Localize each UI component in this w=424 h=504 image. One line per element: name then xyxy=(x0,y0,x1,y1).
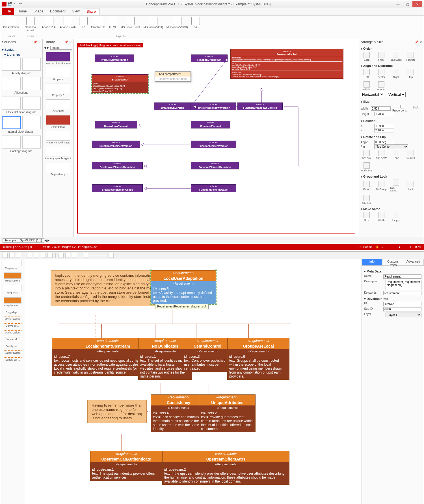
pin-select[interactable]: Top-Center xyxy=(374,144,408,149)
distribute-h-select[interactable]: Horizontal xyxy=(361,92,384,97)
stencil-item[interactable]: Derive cal ... xyxy=(1,337,24,341)
solutions-root[interactable]: ▾ SysML xyxy=(2,48,41,52)
lock-button[interactable]: Lock xyxy=(405,181,417,191)
angle-input[interactable] xyxy=(374,140,394,144)
align-right-button[interactable]: Right xyxy=(390,69,402,78)
library-item[interactable]: Property specific type xyxy=(44,131,72,144)
req-upstreamoffersattrs[interactable]: «requirement»UpstreamOffersAttrs«Require… xyxy=(162,451,289,485)
info-tab-custom[interactable]: Custom Props xyxy=(382,259,403,265)
note-implication[interactable]: Implication: the identity merging servic… xyxy=(51,270,164,306)
zoom-in-icon[interactable] xyxy=(109,253,114,258)
line-tool-icon[interactable] xyxy=(34,253,39,258)
block-breakdownof-selected[interactable]: «block»BreakdownOfparts classifiedAs: Cl… xyxy=(92,74,148,93)
info-tab-advanced[interactable]: Advanced xyxy=(403,259,424,265)
tab-view[interactable]: View xyxy=(69,8,83,15)
block-breakdownelementdefinition[interactable]: «block»BreakdownElementDefinition xyxy=(92,162,143,169)
tab-shape[interactable]: Shape xyxy=(30,8,47,15)
export-graphic-file-button[interactable]: Graphic file xyxy=(91,17,105,29)
tab-home[interactable]: Home xyxy=(14,8,30,15)
copy-icon[interactable] xyxy=(65,253,70,258)
status-zoom[interactable]: 90% xyxy=(415,245,421,248)
stencil-item[interactable]: Derive de ... xyxy=(1,323,24,327)
same-width-button[interactable]: Width xyxy=(375,212,387,222)
meta-name-input[interactable] xyxy=(383,274,421,279)
library-item[interactable]: Actor part xyxy=(44,99,72,112)
stencil-item[interactable]: Master callout xyxy=(1,317,24,320)
req-centralcontrol[interactable]: «requirement»CentralControl«Requirement»… xyxy=(182,338,233,372)
pos-x-input[interactable] xyxy=(374,124,394,128)
flip-h-button[interactable]: Horizontal xyxy=(361,162,373,172)
select-tool-icon[interactable] xyxy=(16,253,21,258)
library-item[interactable]: Property 2 xyxy=(44,84,72,97)
align-top-button[interactable]: Top xyxy=(405,69,417,78)
stencil-item[interactable]: Requirement xyxy=(1,272,24,282)
requirement-canvas[interactable]: Implication: the identity merging servic… xyxy=(25,259,362,504)
maximize-button[interactable]: ▢ xyxy=(403,1,412,7)
minimize-button[interactable]: — xyxy=(393,1,403,7)
context-menu[interactable]: Add compartmentRemove compartment xyxy=(155,71,191,82)
close-button[interactable]: ✕ xyxy=(412,1,422,7)
block-breakdowncontext[interactable]: «block» BreakdownContext constraints {Br… xyxy=(230,49,343,79)
library-item[interactable]: Dependency xyxy=(44,163,72,176)
block-breakdownelement[interactable]: «block»BreakdownElement xyxy=(95,121,137,128)
tab-share[interactable]: Share xyxy=(83,8,99,15)
group-button[interactable]: Group xyxy=(361,181,373,191)
export-ms-powerpoint-button[interactable]: MS PowerPoint xyxy=(121,17,140,29)
lock-proportions-checkbox[interactable] xyxy=(392,105,412,108)
paste-icon[interactable] xyxy=(72,253,77,258)
stencil-item[interactable]: Copy dep ... xyxy=(1,310,24,314)
pos-y-input[interactable] xyxy=(374,128,394,132)
width-input[interactable] xyxy=(371,106,391,111)
height-input[interactable] xyxy=(374,112,394,116)
dev-layer-select[interactable]: Layer 1 xyxy=(386,313,421,317)
meta-desc-input[interactable]: Requirement[Requirement diagram.cdl] xyxy=(386,280,421,290)
block-functionelement[interactable]: «block»FunctionElement xyxy=(191,121,230,128)
tab-file[interactable]: File xyxy=(2,8,14,15)
redo-icon[interactable]: ↷ xyxy=(19,2,23,6)
block-functionelementdefinition[interactable]: «block»FunctionElementDefinition xyxy=(191,162,239,169)
tab-document[interactable]: Document xyxy=(47,8,69,15)
solutions-libraries[interactable]: ▾ Libraries xyxy=(4,53,41,56)
info-tab-info[interactable]: Info xyxy=(362,259,382,265)
same-size-button[interactable]: Size xyxy=(361,212,373,222)
order-front-button[interactable]: Front xyxy=(375,52,387,61)
distribute-v-select[interactable]: Vertical xyxy=(387,92,406,97)
align-left-button[interactable]: Left xyxy=(361,69,373,78)
block-productviewdefinition[interactable]: «block»ProductViewDefinition xyxy=(95,54,134,62)
block-breakdownelementusage[interactable]: «block»BreakdownElementUsage xyxy=(92,184,143,192)
solutions-close-icon[interactable]: 📌 ✕ xyxy=(33,40,41,44)
req-groupsarelocal[interactable]: «requirement»GroupsAreLocal«Requirement»… xyxy=(227,338,289,380)
edit-group-button[interactable]: Edit Group xyxy=(390,180,402,192)
export-html-button[interactable]: HTML xyxy=(109,17,117,29)
dev-id-input[interactable] xyxy=(383,302,421,306)
unlock-button[interactable]: UnLock xyxy=(361,195,373,204)
save-icon[interactable]: 💾 xyxy=(8,2,12,6)
order-forward-button[interactable]: Forward xyxy=(405,52,417,61)
export-ms-visio-vdx--button[interactable]: MS Visio (VDX) xyxy=(143,17,163,29)
align-middle-button[interactable]: Middle xyxy=(361,81,373,91)
library-item[interactable]: Property xyxy=(44,68,72,81)
text-tool-icon[interactable] xyxy=(9,253,14,258)
export-svg-button[interactable]: SVG xyxy=(191,17,200,29)
block-breakdownelementversion[interactable]: «block»BreakdownElementVersion xyxy=(92,141,140,148)
rotate-cw-button[interactable]: 90° CW xyxy=(361,150,373,160)
block-functionelementusage[interactable]: «block»FunctionElementUsage xyxy=(191,184,236,192)
document-tab[interactable]: Example of SysML BDD (1/1) xyxy=(3,238,44,243)
stencil-item[interactable]: Test case xyxy=(1,285,24,294)
stencil-item[interactable]: Requireme ... xyxy=(1,260,24,270)
zoom-out-icon[interactable] xyxy=(83,253,88,258)
block-functionbreakdowncontext[interactable]: «block»FunctionBreakdownContext xyxy=(237,102,283,110)
order-back-button[interactable]: Back xyxy=(361,52,373,61)
library-item[interactable]: Actor part 2 xyxy=(44,115,72,128)
same-height-button[interactable]: Height xyxy=(390,212,402,222)
export-adobe-flash-button[interactable]: Adobe Flash xyxy=(60,17,76,29)
stencil-item[interactable]: Derive callout xyxy=(1,330,24,334)
stencil-item[interactable]: Satisfy cal ... xyxy=(1,357,24,361)
library-close-icon[interactable]: 📌 ✕ xyxy=(64,40,72,44)
align-bottom-button[interactable]: Bottom xyxy=(375,81,387,91)
export-ms-visio-vsdx--button[interactable]: MS Visio (VSDX) xyxy=(166,17,188,29)
block-functionbreakdownversion[interactable]: «block»FunctionBreakdownVersion xyxy=(191,102,236,110)
dev-subid-input[interactable] xyxy=(383,307,421,311)
align-center-button[interactable]: Center xyxy=(375,69,387,78)
cut-icon[interactable] xyxy=(59,253,64,258)
